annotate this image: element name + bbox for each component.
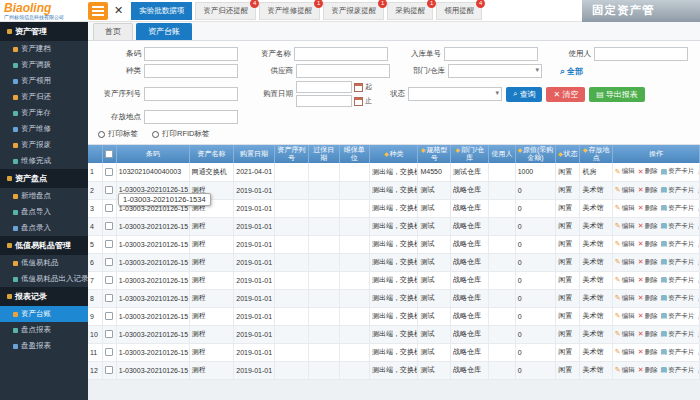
row-checkbox[interactable]: [105, 168, 113, 176]
column-header[interactable]: ◆状态: [556, 145, 580, 163]
sidebar-item[interactable]: 新增盘点: [0, 188, 88, 204]
select-all-checkbox[interactable]: [105, 150, 113, 158]
asset-card-action[interactable]: ▤资产卡片: [661, 167, 695, 176]
download-action[interactable]: ↓下载: [697, 186, 699, 195]
download-action[interactable]: ↓下载: [697, 240, 699, 249]
export-report-button[interactable]: ▤ 导出报表: [589, 87, 645, 102]
print-option-1[interactable]: 打印RFID标签: [152, 129, 210, 139]
download-action[interactable]: ↓下载: [697, 348, 699, 357]
edit-action[interactable]: ✎编辑: [615, 294, 635, 303]
sidebar-item[interactable]: 维修完成: [0, 153, 88, 169]
date-to-input[interactable]: [296, 95, 352, 107]
search-all-link[interactable]: ⌕ 全部: [560, 66, 583, 77]
delete-action[interactable]: ✕删除: [638, 330, 658, 339]
delete-action[interactable]: ✕删除: [638, 276, 658, 285]
row-checkbox[interactable]: [105, 222, 113, 230]
delete-action[interactable]: ✕删除: [638, 294, 658, 303]
row-checkbox[interactable]: [105, 240, 113, 248]
download-action[interactable]: ↓下载: [697, 330, 699, 339]
edit-action[interactable]: ✎编辑: [615, 167, 635, 176]
sidebar-item[interactable]: 低值易耗品: [0, 255, 88, 271]
delete-action[interactable]: ✕删除: [638, 240, 658, 249]
row-checkbox[interactable]: [105, 294, 113, 302]
select-all-header[interactable]: [102, 145, 116, 163]
calendar-icon[interactable]: [354, 83, 363, 92]
sidebar-item[interactable]: 低值易耗品出入记录: [0, 271, 88, 287]
barcode-input[interactable]: [144, 47, 238, 61]
download-action[interactable]: ↓下载: [697, 294, 699, 303]
delete-action[interactable]: ✕删除: [638, 222, 658, 231]
top-tab-5[interactable]: 领用提醒4: [436, 2, 482, 20]
edit-action[interactable]: ✎编辑: [615, 204, 635, 213]
delete-action[interactable]: ✕删除: [638, 366, 658, 375]
sidebar-item[interactable]: 资产维修: [0, 121, 88, 137]
edit-action[interactable]: ✎编辑: [615, 348, 635, 357]
column-header[interactable]: ◆种类: [369, 145, 418, 163]
column-header[interactable]: ◆部门/仓库: [450, 145, 488, 163]
delete-action[interactable]: ✕删除: [638, 204, 658, 213]
row-checkbox[interactable]: [105, 204, 113, 212]
column-header[interactable]: ◆原值(采购金额): [515, 145, 555, 163]
asset-card-action[interactable]: ▤资产卡片: [661, 240, 695, 249]
sidebar-item[interactable]: 盘点导入: [0, 204, 88, 220]
edit-action[interactable]: ✎编辑: [615, 222, 635, 231]
sidebar-item[interactable]: 资产归还: [0, 89, 88, 105]
download-action[interactable]: ↓下载: [697, 204, 699, 213]
top-tab-3[interactable]: 资产报废提醒1: [323, 2, 384, 20]
row-checkbox[interactable]: [105, 276, 113, 284]
edit-action[interactable]: ✎编辑: [615, 366, 635, 375]
asset-card-action[interactable]: ▤资产卡片: [661, 312, 695, 321]
status-select[interactable]: [408, 87, 502, 101]
asset-card-action[interactable]: ▤资产卡片: [661, 222, 695, 231]
row-checkbox[interactable]: [105, 330, 113, 338]
sidebar-item[interactable]: 资产调拨: [0, 57, 88, 73]
calendar-icon[interactable]: [354, 97, 363, 106]
row-checkbox[interactable]: [105, 366, 113, 374]
row-checkbox[interactable]: [105, 186, 113, 194]
serial-input[interactable]: [144, 87, 238, 101]
delete-action[interactable]: ✕删除: [638, 167, 658, 176]
download-action[interactable]: ↓下载: [697, 312, 699, 321]
inbound-no-input[interactable]: [444, 47, 538, 61]
clear-button[interactable]: ✕ 清空: [546, 87, 585, 102]
sidebar-item[interactable]: 盘盈报表: [0, 338, 88, 354]
asset-name-input[interactable]: [294, 47, 388, 61]
download-action[interactable]: ↓下载: [697, 366, 699, 375]
download-action[interactable]: ↓下载: [697, 167, 699, 176]
row-checkbox[interactable]: [105, 312, 113, 320]
edit-action[interactable]: ✎编辑: [615, 240, 635, 249]
edit-action[interactable]: ✎编辑: [615, 186, 635, 195]
sidebar-item[interactable]: 资产报废: [0, 137, 88, 153]
page-tab-0[interactable]: 首页: [93, 23, 133, 40]
edit-action[interactable]: ✎编辑: [615, 330, 635, 339]
asset-card-action[interactable]: ▤资产卡片: [661, 294, 695, 303]
top-tab-1[interactable]: 资产归还提醒4: [195, 2, 256, 20]
menu-toggle-button[interactable]: [88, 2, 108, 20]
delete-action[interactable]: ✕删除: [638, 312, 658, 321]
delete-action[interactable]: ✕删除: [638, 186, 658, 195]
edit-action[interactable]: ✎编辑: [615, 312, 635, 321]
sidebar-item[interactable]: 资产建档: [0, 41, 88, 57]
asset-card-action[interactable]: ▤资产卡片: [661, 258, 695, 267]
edit-action[interactable]: ✎编辑: [615, 258, 635, 267]
asset-card-action[interactable]: ▤资产卡片: [661, 348, 695, 357]
location-input[interactable]: [144, 110, 238, 124]
download-action[interactable]: ↓下载: [697, 222, 699, 231]
sidebar-item[interactable]: 资产领用: [0, 73, 88, 89]
download-action[interactable]: ↓下载: [697, 276, 699, 285]
asset-card-action[interactable]: ▤资产卡片: [661, 204, 695, 213]
date-from-input[interactable]: [296, 81, 352, 93]
edit-action[interactable]: ✎编辑: [615, 276, 635, 285]
asset-card-action[interactable]: ▤资产卡片: [661, 330, 695, 339]
row-checkbox[interactable]: [105, 348, 113, 356]
sidebar-item[interactable]: 资产库存: [0, 105, 88, 121]
page-tab-1[interactable]: 资产台账: [136, 23, 192, 40]
category-input[interactable]: [144, 64, 238, 78]
close-icon[interactable]: ✕: [114, 4, 123, 17]
asset-card-action[interactable]: ▤资产卡片: [661, 186, 695, 195]
query-button[interactable]: ⌕ 查询: [506, 87, 542, 102]
column-header[interactable]: ◆规格型号: [418, 145, 450, 163]
delete-action[interactable]: ✕删除: [638, 258, 658, 267]
user-input[interactable]: [594, 47, 688, 61]
asset-card-action[interactable]: ▤资产卡片: [661, 366, 695, 375]
